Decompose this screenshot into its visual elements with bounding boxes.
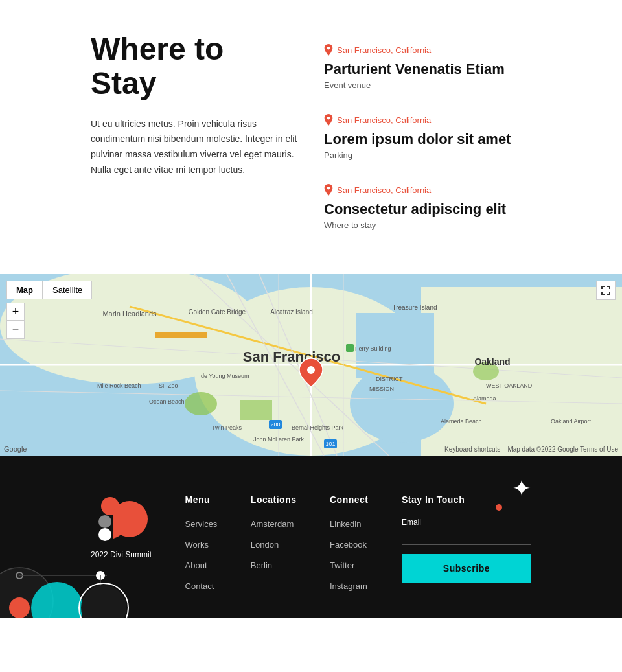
menu-link-about[interactable]: About [185, 561, 207, 570]
location-item-london[interactable]: London [251, 539, 297, 550]
fullscreen-icon [601, 285, 611, 295]
svg-rect-16 [156, 332, 207, 338]
pin-icon-2 [324, 114, 333, 126]
svg-point-49 [111, 501, 148, 537]
venue-location-2: San Francisco, California [324, 114, 531, 126]
svg-text:Marin Headlands: Marin Headlands [102, 310, 157, 318]
svg-text:John McLaren Park: John McLaren Park [253, 436, 305, 443]
social-item-linkedin[interactable]: Linkedin [330, 518, 369, 529]
venue-location-3: San Francisco, California [324, 184, 531, 196]
social-item-instagram[interactable]: Instagram [330, 580, 369, 592]
svg-text:de Young Museum: de Young Museum [201, 373, 249, 379]
venue-type-3: Where to stay [324, 220, 531, 230]
svg-text:Alameda Beach: Alameda Beach [441, 418, 482, 424]
location-item-amsterdam[interactable]: Amsterdam [251, 518, 297, 529]
svg-text:SF Zoo: SF Zoo [159, 382, 178, 389]
social-item-facebook[interactable]: Facebook [330, 539, 369, 550]
svg-point-59 [81, 585, 126, 618]
keyboard-shortcuts: Keyboard shortcuts [444, 446, 500, 453]
map-section: San Francisco Oakland Marin Headlands Go… [0, 274, 622, 456]
svg-text:MISSION: MISSION [369, 386, 394, 392]
social-link-facebook[interactable]: Facebook [330, 540, 367, 550]
svg-text:Oakland Airport: Oakland Airport [551, 418, 592, 424]
svg-text:Golden Gate Bridge: Golden Gate Bridge [189, 308, 246, 316]
svg-text:101: 101 [325, 441, 335, 447]
satellite-view-button[interactable]: Satellite [43, 281, 92, 299]
social-link-twitter[interactable]: Twitter [330, 561, 354, 570]
attribution-text: Map data ©2022 Google Terms of Use [507, 446, 618, 453]
star-decoration: ✦ [512, 475, 531, 502]
location-link-berlin[interactable]: Berlin [251, 561, 272, 570]
map-view-button[interactable]: Map [6, 281, 43, 299]
footer-menu-heading: Menu [185, 494, 218, 505]
svg-rect-44 [346, 344, 354, 352]
footer-grid: 2022 Divi Summit Menu Services Works Abo… [91, 494, 531, 592]
dot-decoration [496, 504, 502, 511]
menu-link-services[interactable]: Services [185, 519, 218, 529]
venue-type-2: Parking [324, 150, 531, 160]
venues-list: San Francisco, California Parturient Ven… [324, 32, 531, 242]
footer-art-svg [0, 533, 143, 618]
svg-rect-17 [240, 400, 272, 420]
svg-text:Mile Rock Beach: Mile Rock Beach [97, 382, 141, 389]
venue-name-3: Consectetur adipiscing elit [324, 201, 531, 218]
venue-item-3: San Francisco, California Consectetur ad… [324, 172, 531, 242]
venue-item-2: San Francisco, California Lorem ipsum do… [324, 102, 531, 172]
svg-text:Alcatraz Island: Alcatraz Island [270, 308, 313, 316]
svg-text:San Francisco: San Francisco [243, 349, 340, 365]
footer: ✦ 2022 Divi [0, 456, 622, 618]
venue-location-1: San Francisco, California [324, 44, 531, 56]
menu-item-services[interactable]: Services [185, 518, 218, 529]
zoom-in-button[interactable]: + [6, 303, 25, 321]
svg-point-47 [98, 515, 111, 528]
svg-text:Twin Peaks: Twin Peaks [212, 424, 242, 431]
page-description: Ut eu ultricies metus. Proin vehicula ri… [91, 117, 298, 178]
venue-name-1: Parturient Venenatis Etiam [324, 61, 531, 78]
location-link-amsterdam[interactable]: Amsterdam [251, 519, 294, 529]
footer-locations-list: Amsterdam London Berlin [251, 518, 297, 571]
menu-link-contact[interactable]: Contact [185, 581, 214, 591]
social-link-instagram[interactable]: Instagram [330, 581, 367, 591]
svg-text:Ferry Building: Ferry Building [355, 345, 391, 352]
zoom-out-button[interactable]: − [6, 321, 25, 339]
location-link-london[interactable]: London [251, 540, 279, 550]
subscribe-button[interactable]: Subscribe [402, 554, 531, 583]
map-attribution: Keyboard shortcuts Map data ©2022 Google… [444, 446, 618, 453]
map-background: San Francisco Oakland Marin Headlands Go… [0, 274, 622, 456]
social-item-twitter[interactable]: Twitter [330, 559, 369, 571]
google-label: Google [4, 445, 27, 453]
svg-text:Oakland: Oakland [474, 356, 510, 367]
map-controls: Map Satellite [6, 281, 92, 299]
svg-point-43 [307, 366, 315, 374]
menu-item-works[interactable]: Works [185, 539, 218, 550]
venue-item-1: San Francisco, California Parturient Ven… [324, 32, 531, 102]
footer-connect-col: Connect Linkedin Facebook Twitter Instag… [330, 494, 369, 592]
svg-text:Bernal Heights Park: Bernal Heights Park [292, 424, 344, 431]
svg-text:Treasure Island: Treasure Island [392, 304, 437, 311]
svg-text:WEST OAKLAND: WEST OAKLAND [486, 382, 533, 389]
social-link-linkedin[interactable]: Linkedin [330, 519, 361, 529]
map-zoom-controls: + − [6, 303, 25, 339]
footer-connect-list: Linkedin Facebook Twitter Instagram [330, 518, 369, 592]
menu-link-works[interactable]: Works [185, 540, 209, 550]
menu-item-about[interactable]: About [185, 559, 218, 571]
footer-menu-col: Menu Services Works About Contact [185, 494, 218, 592]
top-section: Where to Stay Ut eu ultricies metus. Pro… [0, 0, 622, 274]
email-field-label: Email [402, 518, 531, 527]
footer-stay-col: Stay In Touch Email Subscribe [402, 494, 531, 592]
email-input[interactable] [402, 529, 531, 545]
page-title: Where to Stay [91, 32, 298, 101]
svg-point-56 [9, 597, 30, 618]
svg-point-18 [185, 392, 217, 415]
venue-type-1: Event venue [324, 80, 531, 90]
svg-text:DISTRICT: DISTRICT [376, 376, 403, 382]
svg-text:Ocean Beach: Ocean Beach [149, 399, 185, 405]
fullscreen-button[interactable] [596, 281, 616, 300]
footer-menu-list: Services Works About Contact [185, 518, 218, 592]
footer-locations-col: Locations Amsterdam London Berlin [251, 494, 297, 592]
svg-text:Alameda: Alameda [473, 395, 496, 402]
pin-icon [324, 44, 333, 56]
footer-bottom-art [0, 533, 143, 618]
location-item-berlin[interactable]: Berlin [251, 559, 297, 571]
menu-item-contact[interactable]: Contact [185, 580, 218, 592]
